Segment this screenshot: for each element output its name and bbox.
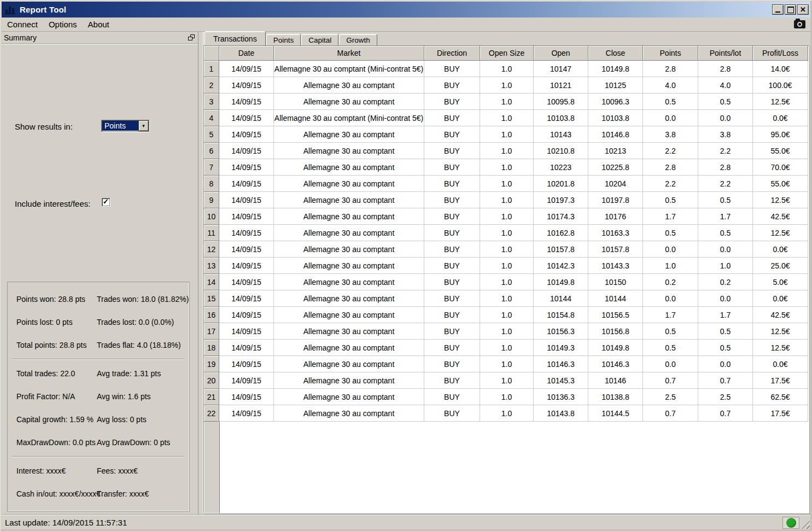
column-header-market[interactable]: Market <box>274 46 424 61</box>
table-row[interactable]: 14 14/09/15 Allemagne 30 au comptant BUY… <box>204 274 809 290</box>
include-fees-checkbox[interactable]: ✓ <box>102 198 110 206</box>
cell-direction: BUY <box>424 405 480 422</box>
row-number[interactable]: 8 <box>204 176 219 192</box>
stat-row: MaxDrawDown: 0.0 pts Avg DrawDown: 0 pts <box>8 431 189 454</box>
row-number[interactable]: 15 <box>204 290 219 307</box>
maximize-button[interactable] <box>785 4 796 15</box>
table-row[interactable]: 22 14/09/15 Allemagne 30 au comptant BUY… <box>204 405 809 422</box>
column-header-open-size[interactable]: Open Size <box>480 46 534 61</box>
row-number[interactable]: 14 <box>204 274 219 290</box>
row-number[interactable]: 16 <box>204 307 219 323</box>
column-header-points[interactable]: Points <box>643 46 698 61</box>
table-row[interactable]: 17 14/09/15 Allemagne 30 au comptant BUY… <box>204 323 809 340</box>
cell-points: 0.0 <box>643 356 698 372</box>
row-number[interactable]: 18 <box>204 340 219 356</box>
row-number[interactable]: 13 <box>204 258 219 274</box>
show-results-label: Show results in: <box>15 122 73 131</box>
tab-capital[interactable]: Capital <box>301 34 338 45</box>
row-number[interactable]: 22 <box>204 405 219 422</box>
menu-options[interactable]: Options <box>43 18 83 31</box>
table-row[interactable]: 12 14/09/15 Allemagne 30 au comptant BUY… <box>204 241 809 258</box>
cell-direction: BUY <box>424 192 480 208</box>
cell-open: 10223 <box>534 159 588 176</box>
column-header-date[interactable]: Date <box>219 46 274 61</box>
table-row[interactable]: 7 14/09/15 Allemagne 30 au comptant BUY … <box>204 159 809 176</box>
row-number[interactable]: 9 <box>204 192 219 208</box>
table-row[interactable]: 4 14/09/15 Allemagne 30 au comptant (Min… <box>204 110 809 126</box>
close-button[interactable]: ✕ <box>797 4 809 15</box>
resize-grip[interactable] <box>802 521 810 529</box>
cell-date: 14/09/15 <box>219 258 274 274</box>
column-header-profit-loss[interactable]: Profit/Loss <box>753 46 808 61</box>
table-row[interactable]: 5 14/09/15 Allemagne 30 au comptant BUY … <box>204 126 809 143</box>
stats-section-points: Points won: 28.8 pts Trades won: 18.0 (8… <box>8 288 189 357</box>
minimize-button[interactable] <box>772 4 784 15</box>
checkmark-icon: ✓ <box>103 198 109 205</box>
cell-points: 2.8 <box>643 159 698 176</box>
row-number[interactable]: 17 <box>204 323 219 340</box>
table-row[interactable]: 15 14/09/15 Allemagne 30 au comptant BUY… <box>204 290 809 307</box>
row-number[interactable]: 12 <box>204 241 219 258</box>
results-dropdown[interactable]: Points ▼ <box>101 120 149 132</box>
camera-icon[interactable] <box>794 20 805 28</box>
cell-open-size: 1.0 <box>480 241 534 258</box>
stat-right-value: Trades lost: 0.0 (0.0%) <box>97 318 174 326</box>
summary-stats-box: Points won: 28.8 pts Trades won: 18.0 (8… <box>7 282 190 512</box>
tab-growth[interactable]: Growth <box>339 34 377 45</box>
column-header-points-lot[interactable]: Points/lot <box>698 46 753 61</box>
row-number[interactable]: 21 <box>204 389 219 405</box>
row-number[interactable]: 20 <box>204 372 219 389</box>
table-row[interactable]: 16 14/09/15 Allemagne 30 au comptant BUY… <box>204 307 809 323</box>
cell-date: 14/09/15 <box>219 176 274 192</box>
table-row[interactable]: 1 14/09/15 Allemagne 30 au comptant (Min… <box>204 61 809 77</box>
cell-points-lot: 0.5 <box>698 225 753 241</box>
row-number[interactable]: 11 <box>204 225 219 241</box>
tab-points[interactable]: Points <box>266 34 301 45</box>
tab-transactions[interactable]: Transactions <box>205 31 266 45</box>
panel-splitter[interactable] <box>198 32 203 515</box>
table-row[interactable]: 10 14/09/15 Allemagne 30 au comptant BUY… <box>204 208 809 225</box>
cell-profit-loss: 95.0€ <box>753 126 808 143</box>
menubar: Connect Options About <box>2 17 810 32</box>
column-header-direction[interactable]: Direction <box>424 46 480 61</box>
row-number[interactable]: 3 <box>204 94 219 110</box>
table-row[interactable]: 11 14/09/15 Allemagne 30 au comptant BUY… <box>204 225 809 241</box>
table-row[interactable]: 13 14/09/15 Allemagne 30 au comptant BUY… <box>204 258 809 274</box>
row-number[interactable]: 1 <box>204 61 219 77</box>
row-number[interactable]: 10 <box>204 208 219 225</box>
table-row[interactable]: 20 14/09/15 Allemagne 30 au comptant BUY… <box>204 372 809 389</box>
table-row[interactable]: 21 14/09/15 Allemagne 30 au comptant BUY… <box>204 389 809 405</box>
row-number[interactable]: 19 <box>204 356 219 372</box>
table-row[interactable]: 8 14/09/15 Allemagne 30 au comptant BUY … <box>204 176 809 192</box>
row-number[interactable]: 2 <box>204 77 219 94</box>
cell-market: Allemagne 30 au comptant <box>274 340 424 356</box>
row-number[interactable]: 5 <box>204 126 219 143</box>
app-window: Report Tool ✕ Connect Options About Summ… <box>0 0 812 531</box>
cell-market: Allemagne 30 au comptant <box>274 159 424 176</box>
cell-open-size: 1.0 <box>480 274 534 290</box>
row-number[interactable]: 4 <box>204 110 219 126</box>
cell-open-size: 1.0 <box>480 225 534 241</box>
table-row[interactable]: 19 14/09/15 Allemagne 30 au comptant BUY… <box>204 356 809 372</box>
table-row[interactable]: 3 14/09/15 Allemagne 30 au comptant BUY … <box>204 94 809 110</box>
cell-open: 10154.8 <box>534 307 588 323</box>
cell-date: 14/09/15 <box>219 323 274 340</box>
menu-about[interactable]: About <box>83 18 115 31</box>
column-header-open[interactable]: Open <box>534 46 588 61</box>
float-panel-icon[interactable] <box>188 34 195 40</box>
table-row[interactable]: 2 14/09/15 Allemagne 30 au comptant BUY … <box>204 77 809 94</box>
row-number[interactable]: 6 <box>204 143 219 159</box>
column-header-close[interactable]: Close <box>588 46 643 61</box>
cell-points: 0.0 <box>643 290 698 307</box>
cell-open-size: 1.0 <box>480 372 534 389</box>
stat-row: Total points: 28.8 pts Trades flat: 4.0 … <box>8 334 189 357</box>
menu-connect[interactable]: Connect <box>2 18 43 31</box>
titlebar[interactable]: Report Tool ✕ <box>2 2 810 17</box>
cell-points-lot: 4.0 <box>698 77 753 94</box>
dropdown-arrow-icon[interactable]: ▼ <box>138 120 149 131</box>
cell-direction: BUY <box>424 126 480 143</box>
table-row[interactable]: 6 14/09/15 Allemagne 30 au comptant BUY … <box>204 143 809 159</box>
table-row[interactable]: 9 14/09/15 Allemagne 30 au comptant BUY … <box>204 192 809 208</box>
table-row[interactable]: 18 14/09/15 Allemagne 30 au comptant BUY… <box>204 340 809 356</box>
row-number[interactable]: 7 <box>204 159 219 176</box>
